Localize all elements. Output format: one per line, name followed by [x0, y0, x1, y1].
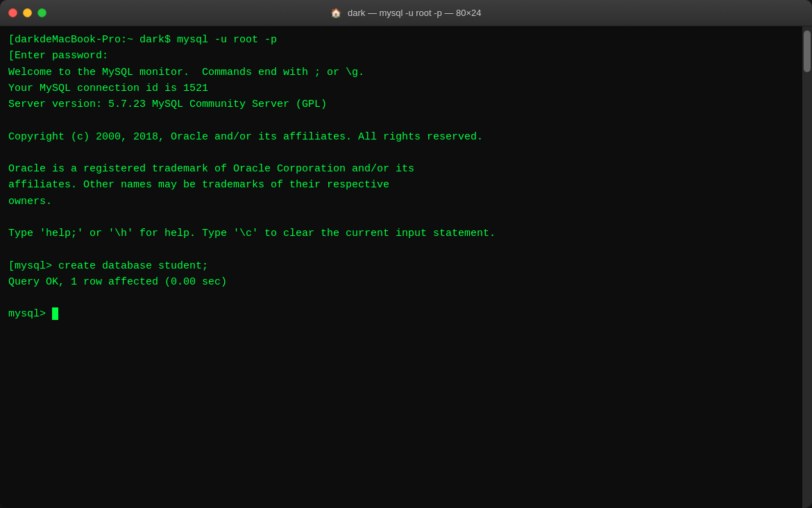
terminal-line — [8, 210, 794, 226]
terminal-window: 🏠 dark — mysql -u root -p — 80×24 [darkd… — [0, 0, 812, 508]
terminal-output[interactable]: [darkdeMacBook-Pro:~ dark$ mysql -u root… — [0, 26, 802, 508]
terminal-line: Server version: 5.7.23 MySQL Community S… — [8, 96, 794, 112]
maximize-button[interactable] — [37, 8, 46, 17]
terminal-area: [darkdeMacBook-Pro:~ dark$ mysql -u root… — [0, 26, 812, 508]
terminal-line: Your MySQL connection id is 1521 — [8, 81, 794, 96]
terminal-line: Welcome to the MySQL monitor. Commands e… — [8, 65, 794, 81]
terminal-line: [mysql> create database student; — [8, 258, 794, 274]
terminal-line — [8, 242, 794, 257]
titlebar: 🏠 dark — mysql -u root -p — 80×24 — [0, 0, 812, 26]
terminal-line: Copyright (c) 2000, 2018, Oracle and/or … — [8, 129, 794, 145]
terminal-line: affiliates. Other names may be trademark… — [8, 177, 794, 193]
terminal-line: Type 'help;' or '\h' for help. Type '\c'… — [8, 226, 794, 242]
traffic-lights — [8, 8, 46, 17]
scrollbar[interactable] — [802, 26, 812, 508]
minimize-button[interactable] — [23, 8, 32, 17]
terminal-line: owners. — [8, 194, 794, 210]
close-button[interactable] — [8, 8, 17, 17]
terminal-line: Oracle is a registered trademark of Orac… — [8, 161, 794, 177]
terminal-line — [8, 290, 794, 306]
terminal-line — [8, 145, 794, 161]
scrollbar-thumb[interactable] — [804, 31, 811, 72]
terminal-line — [8, 112, 794, 128]
terminal-line: Query OK, 1 row affected (0.00 sec) — [8, 274, 794, 290]
terminal-line: [darkdeMacBook-Pro:~ dark$ mysql -u root… — [8, 32, 794, 48]
window-title: 🏠 dark — mysql -u root -p — 80×24 — [330, 8, 481, 18]
terminal-cursor — [52, 307, 58, 320]
terminal-line: mysql> — [8, 306, 794, 322]
home-icon: 🏠 — [330, 8, 341, 18]
terminal-line: [Enter password: — [8, 48, 794, 64]
